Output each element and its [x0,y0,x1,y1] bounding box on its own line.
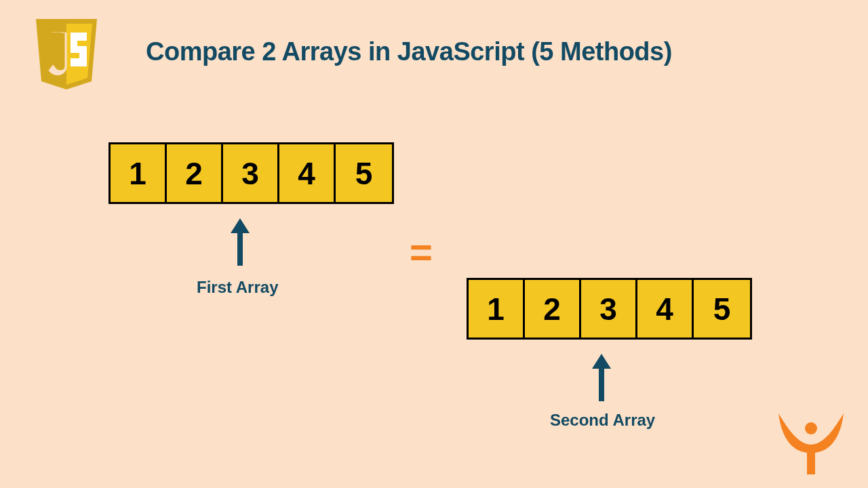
array-cell: 5 [694,280,750,338]
svg-point-1 [805,422,817,434]
js-logo-icon [33,14,100,95]
svg-rect-0 [52,33,61,41]
array-cell: 5 [336,144,392,202]
array-cell: 1 [111,144,167,202]
array-cell: 1 [469,280,525,338]
array-cell: 3 [223,144,279,202]
arrow-up-icon [589,352,614,403]
first-array: 1 2 3 4 5 [108,142,394,204]
equals-symbol: = [410,229,433,274]
arrow-up-icon [227,217,253,267]
first-array-label: First Array [197,278,279,297]
array-cell: 2 [525,280,581,338]
page-title: Compare 2 Arrays in JavaScript (5 Method… [146,37,672,66]
array-cell: 2 [167,144,223,202]
array-cell: 3 [581,280,637,338]
second-array-label: Second Array [550,411,655,430]
array-cell: 4 [279,144,336,202]
second-array: 1 2 3 4 5 [467,278,752,340]
array-cell: 4 [637,280,694,338]
brand-logo-icon [777,408,845,476]
